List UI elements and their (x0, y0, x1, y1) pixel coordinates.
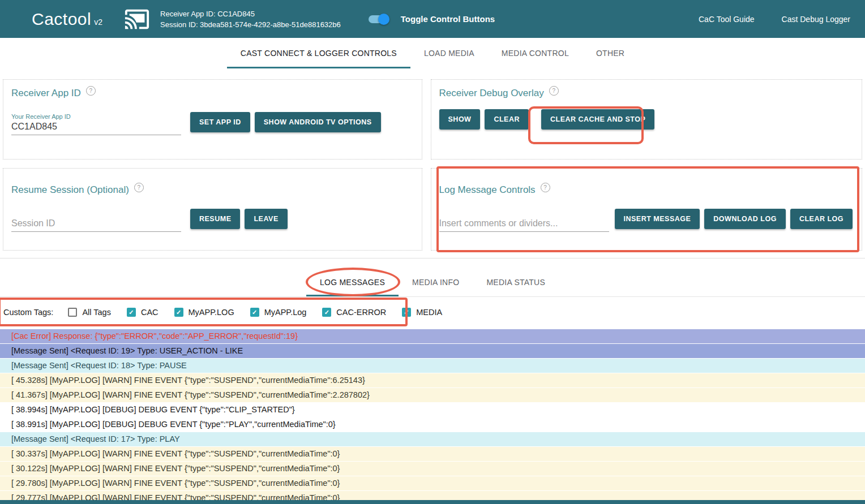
insert-message-button[interactable]: INSERT MESSAGE (615, 209, 700, 229)
receiver-app-id-panel: Receiver App ID ? Your Receiver App ID S… (3, 79, 422, 160)
tab-cast-connect-logger-controls[interactable]: CAST CONNECT & LOGGER CONTROLS (227, 38, 410, 68)
logo-version: v2 (94, 18, 102, 27)
log-message-controls-panel: Log Message Controls ? INSERT MESSAGE DO… (431, 168, 862, 251)
resume-session-panel: Resume Session (Optional) ? RESUME LEAVE (3, 168, 422, 251)
toggle-label: Toggle Control Buttons (401, 14, 495, 24)
receiver-app-id-input-group: Your Receiver App ID (11, 109, 181, 135)
tabs-divider (0, 296, 865, 297)
set-app-id-button[interactable]: SET APP ID (190, 112, 250, 132)
tab-media-info[interactable]: MEDIA INFO (399, 268, 473, 296)
tag-all-tags[interactable]: ✓ All Tags (68, 308, 111, 317)
log-comment-input[interactable] (439, 218, 609, 229)
help-icon[interactable]: ? (86, 86, 96, 96)
checkbox-icon: ✓ (127, 308, 136, 317)
control-panels: Receiver App ID ? Your Receiver App ID S… (3, 79, 862, 251)
clear-log-button[interactable]: CLEAR LOG (790, 209, 853, 229)
resume-button[interactable]: RESUME (190, 209, 240, 229)
cactool-app: Cactool v2 Receiver App ID: CC1AD845 Ses… (0, 0, 865, 504)
session-id-input-group (11, 206, 181, 232)
show-button[interactable]: SHOW (439, 109, 481, 130)
receiver-app-id-text: Receiver App ID: CC1AD845 (160, 8, 341, 19)
checkbox-icon: ✓ (402, 308, 411, 317)
receiver-app-id-input[interactable] (11, 122, 181, 132)
log-row: [ 41.367s] [MyAPP.LOG] [WARN] FINE EVENT… (0, 388, 865, 403)
app-header: Cactool v2 Receiver App ID: CC1AD845 Ses… (0, 0, 865, 38)
clear-cache-and-stop-button[interactable]: CLEAR CACHE AND STOP (541, 109, 654, 130)
log-tab-bar: LOG MESSAGES MEDIA INFO MEDIA STATUS (0, 268, 865, 296)
checkbox-icon: ✓ (174, 308, 183, 317)
log-row: [ 30.337s] [MyAPP.LOG] [WARN] FINE EVENT… (0, 447, 865, 462)
session-info: Receiver App ID: CC1AD845 Session ID: 3b… (160, 8, 341, 30)
help-icon[interactable]: ? (549, 86, 559, 96)
toggle-knob-icon (378, 14, 389, 25)
receiver-app-id-title: Receiver App ID ? (11, 88, 413, 99)
log-row: [ 38.991s] [MyAPP.LOG] [DEBUG] DEBUG EVE… (0, 417, 865, 432)
log-row: [Cac Error] Response: {"type":"ERROR","c… (0, 329, 865, 344)
tag-myapp-log-upper[interactable]: ✓ MyAPP.LOG (174, 308, 234, 317)
checkbox-icon: ✓ (322, 308, 331, 317)
custom-tags-label: Custom Tags: (3, 308, 53, 317)
tab-log-messages[interactable]: LOG MESSAGES (306, 268, 399, 296)
tag-media[interactable]: ✓ MEDIA (402, 308, 442, 317)
help-icon[interactable]: ? (134, 183, 144, 192)
leave-button[interactable]: LEAVE (245, 209, 287, 229)
log-comment-input-group (439, 206, 609, 232)
tab-load-media[interactable]: LOAD MEDIA (410, 38, 488, 68)
log-row: [ 38.994s] [MyAPP.LOG] [DEBUG] DEBUG EVE… (0, 403, 865, 417)
tab-media-status[interactable]: MEDIA STATUS (473, 268, 559, 296)
receiver-app-id-input-label: Your Receiver App ID (11, 113, 181, 120)
cac-tool-guide-link[interactable]: CaC Tool Guide (699, 15, 755, 24)
main-tab-bar: CAST CONNECT & LOGGER CONTROLS LOAD MEDI… (0, 38, 865, 68)
tag-myapp-log[interactable]: ✓ MyAPP.Log (250, 308, 307, 317)
clear-button[interactable]: CLEAR (485, 109, 529, 130)
control-buttons-toggle[interactable] (367, 14, 389, 25)
log-message-controls-title: Log Message Controls ? (439, 184, 853, 196)
resume-session-title: Resume Session (Optional) ? (11, 184, 413, 196)
checkbox-icon: ✓ (250, 308, 259, 317)
tag-cac-error[interactable]: ✓ CAC-ERROR (322, 308, 386, 317)
tag-cac[interactable]: ✓ CAC (127, 308, 159, 317)
show-android-tv-options-button[interactable]: SHOW ANDROID TV OPTIONS (255, 112, 381, 132)
log-row: [ 29.780s] [MyAPP.LOG] [WARN] FINE EVENT… (0, 476, 865, 491)
log-row: [Message Sent] <Request ID: 17> Type: PL… (0, 432, 865, 447)
log-row: [ 30.122s] [MyAPP.LOG] [WARN] FINE EVENT… (0, 462, 865, 476)
session-id-text: Session ID: 3bdea581-574e-4292-a8be-51de… (160, 19, 341, 30)
log-row: [ 45.328s] [MyAPP.LOG] [WARN] FINE EVENT… (0, 373, 865, 388)
help-icon[interactable]: ? (541, 183, 550, 192)
log-row: [Message Sent] <Request ID: 19> Type: US… (0, 344, 865, 359)
app-logo: Cactool v2 (32, 10, 102, 29)
tab-other[interactable]: OTHER (583, 38, 638, 68)
cast-icon (124, 6, 150, 32)
download-log-button[interactable]: DOWNLOAD LOG (704, 209, 786, 229)
cast-debug-logger-link[interactable]: Cast Debug Logger (782, 15, 850, 24)
tab-media-control[interactable]: MEDIA CONTROL (488, 38, 583, 68)
log-row: [Message Sent] <Request ID: 18> Type: PA… (0, 359, 865, 373)
custom-tags-row: Custom Tags: ✓ All Tags ✓ CAC ✓ MyAPP.LO… (0, 298, 865, 326)
bottom-bar (0, 500, 865, 504)
header-links: CaC Tool Guide Cast Debug Logger (699, 15, 850, 24)
receiver-debug-overlay-title: Receiver Debug Overlay ? (439, 88, 853, 99)
logo-text: Cactool (32, 10, 91, 29)
log-message-list: [Cac Error] Response: {"type":"ERROR","c… (0, 329, 865, 504)
session-id-input[interactable] (11, 218, 181, 229)
receiver-debug-overlay-panel: Receiver Debug Overlay ? SHOW CLEAR CLEA… (431, 79, 862, 160)
checkbox-icon: ✓ (68, 308, 77, 317)
section-divider (0, 258, 865, 259)
